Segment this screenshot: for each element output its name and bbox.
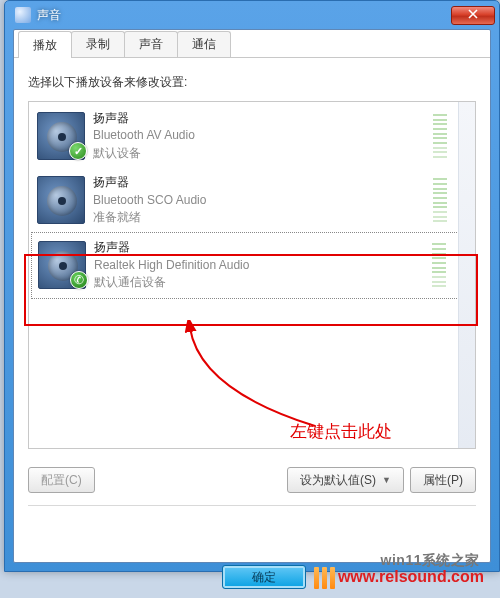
- device-status: 默认设备: [93, 145, 425, 162]
- device-status: 准备就绪: [93, 209, 425, 226]
- close-icon: [468, 8, 478, 22]
- device-sub: Realtek High Definition Audio: [94, 257, 424, 274]
- properties-button[interactable]: 属性(P): [410, 467, 476, 493]
- volume-meter-icon: [433, 178, 447, 222]
- volume-meter-icon: [432, 243, 446, 287]
- tab-strip: 播放 录制 声音 通信: [14, 30, 490, 58]
- volume-meter-icon: [433, 114, 447, 158]
- default-check-icon: [69, 142, 87, 160]
- tab-recording[interactable]: 录制: [71, 31, 125, 57]
- device-item[interactable]: 扬声器 Bluetooth SCO Audio 准备就绪: [31, 168, 473, 232]
- device-item[interactable]: 扬声器 Bluetooth AV Audio 默认设备: [31, 104, 473, 168]
- device-listbox[interactable]: 扬声器 Bluetooth AV Audio 默认设备 扬声器 Bluetoot…: [28, 101, 476, 449]
- device-status: 默认通信设备: [94, 274, 424, 291]
- button-row: 配置(C) 设为默认值(S) ▼ 属性(P): [28, 467, 476, 493]
- instruction-text: 选择以下播放设备来修改设置:: [28, 74, 476, 91]
- chevron-down-icon: ▼: [382, 475, 391, 485]
- close-button[interactable]: [451, 6, 495, 25]
- tab-content: 选择以下播放设备来修改设置: 扬声器 Bluetooth AV Audio 默认…: [14, 58, 490, 505]
- set-default-button[interactable]: 设为默认值(S) ▼: [287, 467, 404, 493]
- tab-communications[interactable]: 通信: [177, 31, 231, 57]
- properties-label: 属性(P): [423, 472, 463, 489]
- device-name: 扬声器: [93, 174, 425, 191]
- ok-label: 确定: [252, 569, 276, 586]
- tab-sounds[interactable]: 声音: [124, 31, 178, 57]
- configure-label: 配置(C): [41, 472, 82, 489]
- configure-button[interactable]: 配置(C): [28, 467, 95, 493]
- device-name: 扬声器: [93, 110, 425, 127]
- tab-playback[interactable]: 播放: [18, 31, 72, 58]
- sound-dialog: 声音 播放 录制 声音 通信 选择以下播放设备来修改设置: 扬声器: [4, 0, 500, 572]
- decoration-bars: [314, 567, 335, 589]
- dialog-body: 播放 录制 声音 通信 选择以下播放设备来修改设置: 扬声器 Bluetooth…: [13, 29, 491, 563]
- watermark-en: www.relsound.com: [338, 568, 484, 586]
- device-name: 扬声器: [94, 239, 424, 256]
- set-default-label: 设为默认值(S): [300, 472, 376, 489]
- app-icon: [15, 7, 31, 23]
- speaker-icon: [37, 176, 85, 224]
- window-title: 声音: [37, 7, 61, 24]
- device-sub: Bluetooth AV Audio: [93, 127, 425, 144]
- titlebar[interactable]: 声音: [5, 1, 499, 29]
- annotation-text: 左键点击此处: [290, 420, 392, 443]
- device-sub: Bluetooth SCO Audio: [93, 192, 425, 209]
- device-item-selected[interactable]: 扬声器 Realtek High Definition Audio 默认通信设备: [31, 232, 473, 298]
- separator: [28, 505, 476, 506]
- ok-button-outer[interactable]: 确定: [222, 565, 306, 589]
